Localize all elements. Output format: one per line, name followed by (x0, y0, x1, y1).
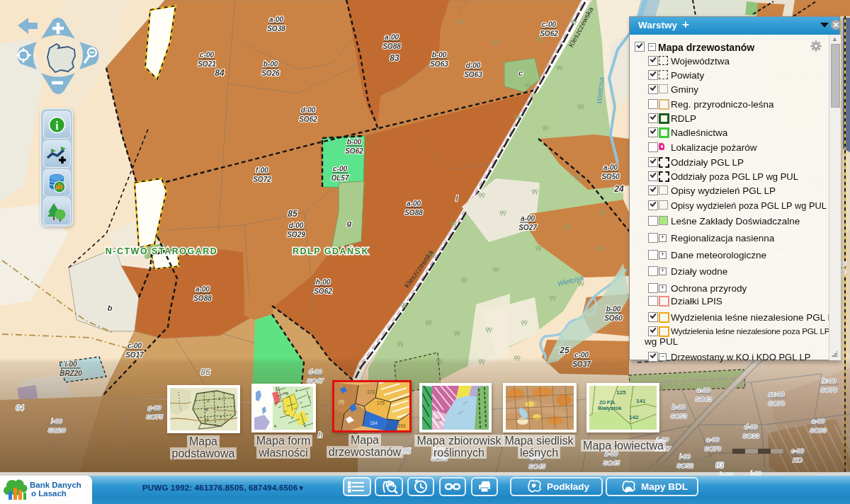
svg-text:86: 86 (200, 367, 210, 377)
svg-text:141: 141 (636, 398, 646, 404)
svg-text:b-00: b-00 (347, 138, 362, 146)
svg-text:b-00: b-00 (672, 403, 686, 411)
svg-text:SO63: SO63 (430, 60, 448, 68)
svg-text:191: 191 (398, 423, 406, 428)
svg-text:gx-00: gx-00 (769, 391, 786, 398)
svg-text:c: c (518, 69, 523, 77)
svg-text:25: 25 (559, 345, 570, 355)
svg-text:173: 173 (367, 389, 375, 394)
svg-text:03: 03 (715, 462, 724, 469)
svg-text:f-00: f-00 (256, 166, 268, 174)
svg-text:d-00: d-00 (301, 106, 316, 114)
svg-text:SW20: SW20 (47, 427, 66, 434)
svg-text:g: g (346, 219, 352, 227)
svg-text:SO45: SO45 (528, 463, 545, 470)
svg-text:SO43: SO43 (695, 396, 712, 403)
svg-text:SO52: SO52 (676, 462, 693, 469)
svg-text:l: l (456, 195, 458, 202)
svg-text:Bank Danych: Bank Danych (30, 481, 81, 489)
svg-text:SO88: SO88 (193, 294, 212, 302)
svg-text:OL57: OL57 (331, 174, 348, 182)
svg-text:a-00: a-00 (269, 16, 283, 23)
svg-text:SO88: SO88 (382, 42, 401, 50)
svg-text:Podkłady: Podkłady (547, 481, 590, 492)
svg-text:fx-00: fx-00 (822, 377, 837, 384)
svg-text:SO45: SO45 (603, 459, 620, 466)
svg-text:b: b (108, 304, 113, 312)
svg-text:SO29: SO29 (287, 231, 305, 239)
svg-text:d-00: d-00 (309, 368, 322, 375)
svg-text:142: 142 (629, 414, 639, 420)
svg-text:i: i (55, 120, 59, 132)
svg-text:i-00: i-00 (679, 453, 691, 460)
svg-text:o Lasach: o Lasach (31, 489, 67, 498)
svg-text:85: 85 (288, 209, 298, 219)
svg-text:SO78: SO78 (820, 386, 837, 394)
svg-text:ZO PZŁ: ZO PZŁ (599, 400, 616, 405)
svg-text:b-00: b-00 (264, 60, 278, 68)
svg-text:c-00: c-00 (200, 51, 214, 59)
svg-text:d-00: d-00 (289, 222, 304, 229)
svg-text:SO63: SO63 (464, 71, 482, 79)
svg-text:h-00: h-00 (316, 278, 331, 286)
svg-text:c-00: c-00 (574, 351, 589, 359)
svg-text:SO62: SO62 (299, 115, 317, 123)
svg-text:SO70: SO70 (704, 445, 721, 452)
svg-text:04: 04 (16, 404, 24, 412)
svg-text:a-00: a-00 (604, 164, 618, 171)
svg-text:a-00: a-00 (385, 33, 399, 41)
svg-text:m: m (285, 391, 288, 396)
svg-text:SO27: SO27 (518, 224, 537, 231)
svg-text:Białystok: Białystok (598, 405, 622, 411)
svg-text:SO33: SO33 (742, 433, 759, 440)
svg-text:SO62: SO62 (314, 287, 332, 295)
svg-text:A6: A6 (436, 418, 442, 422)
svg-text:a-00: a-00 (521, 214, 535, 222)
svg-text:19: 19 (204, 418, 209, 422)
svg-text:a-00: a-00 (196, 285, 210, 293)
svg-text:5: 5 (276, 386, 278, 391)
svg-text:(9): (9) (339, 399, 344, 405)
svg-text:24: 24 (613, 184, 624, 194)
svg-text:N-CTWO STAROGARD: N-CTWO STAROGARD (106, 246, 217, 256)
svg-text:84: 84 (215, 68, 225, 78)
svg-text:SO78: SO78 (768, 400, 785, 407)
svg-text:d-00: d-00 (466, 62, 481, 69)
svg-text:125: 125 (616, 389, 626, 396)
svg-text:i-00: i-00 (51, 418, 62, 425)
svg-text:4: 4 (274, 424, 276, 428)
svg-text:c-00: c-00 (542, 21, 556, 28)
svg-text:b-00: b-00 (432, 51, 447, 59)
svg-text:c-00: c-00 (333, 165, 347, 173)
svg-text:SO21: SO21 (198, 60, 216, 68)
svg-text:a-00: a-00 (706, 436, 720, 443)
svg-text:SO50: SO50 (601, 173, 620, 181)
svg-text:d-00: d-00 (744, 423, 758, 430)
svg-text:c-00: c-00 (128, 342, 142, 350)
svg-text:SO62: SO62 (540, 30, 558, 38)
svg-text:184: 184 (370, 420, 378, 425)
svg-text:SO88: SO88 (404, 209, 423, 217)
svg-text:Mapy BDL: Mapy BDL (641, 481, 688, 492)
svg-text:c-00: c-00 (791, 447, 805, 454)
svg-text:SO60: SO60 (604, 314, 623, 322)
svg-text:SO62: SO62 (345, 147, 363, 155)
svg-text:179: 179 (377, 401, 385, 406)
svg-text:SO26: SO26 (261, 69, 280, 77)
svg-text:RDLP GDAŃSK: RDLP GDAŃSK (293, 246, 369, 256)
svg-text:b-00: b-00 (606, 305, 621, 313)
svg-text:SO75: SO75 (146, 413, 163, 420)
svg-text:a-00: a-00 (697, 386, 710, 394)
svg-text:83: 83 (390, 53, 400, 63)
svg-text:4: 4 (295, 389, 298, 393)
svg-text:SO38: SO38 (267, 25, 285, 33)
svg-text:SO53: SO53 (670, 413, 687, 420)
svg-text:a-00: a-00 (812, 418, 825, 425)
svg-text:g-00: g-00 (148, 404, 162, 411)
svg-text:KO: KO (793, 457, 802, 464)
svg-text:SO83: SO83 (810, 427, 827, 434)
svg-text:a-00: a-00 (407, 200, 421, 207)
svg-text:SO72: SO72 (253, 176, 271, 183)
